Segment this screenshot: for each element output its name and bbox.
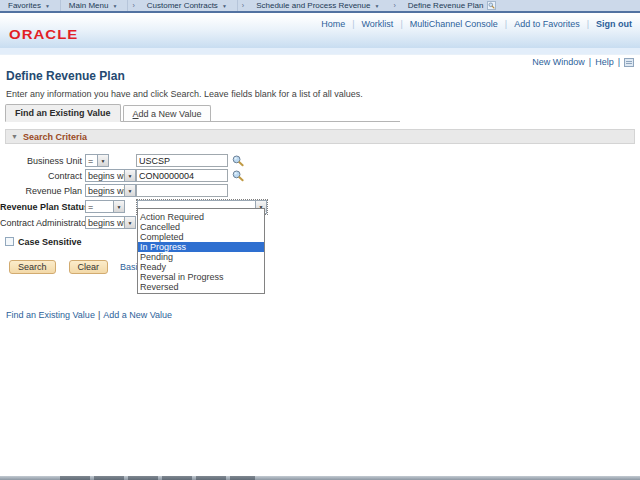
breadcrumb-label: Favorites [8, 1, 41, 10]
field-row-business-unit: Business Unit = ▼ [0, 153, 420, 168]
link-divider: | [589, 57, 591, 67]
field-label: Business Unit [0, 156, 85, 166]
chevron-down-icon: ▼ [124, 170, 135, 181]
option-in-progress[interactable]: In Progress [138, 242, 264, 252]
case-sensitive-checkbox[interactable] [5, 237, 14, 246]
breadcrumb-chevron-icon: › [128, 2, 138, 9]
new-window-link[interactable]: New Window [532, 57, 585, 67]
bottom-taskbar-sliver [0, 476, 640, 480]
breadcrumb-label: Define Revenue Plan [408, 1, 484, 10]
search-tabs: Find an Existing Value Add a New Value [5, 105, 400, 122]
breadcrumb-schedule-process-revenue[interactable]: Schedule and Process Revenue ▼ [248, 0, 389, 12]
section-title: Search Criteria [23, 132, 87, 142]
chevron-down-icon: ▼ [374, 3, 379, 9]
header-links: Home | Worklist | MultiChannel Console |… [321, 19, 632, 29]
contract-input[interactable] [136, 169, 228, 182]
chevron-down-icon: ▼ [124, 217, 135, 228]
chevron-down-icon: ▼ [45, 3, 50, 9]
breadcrumb-chevron-icon: › [238, 2, 248, 9]
chevron-down-icon: ▼ [97, 155, 108, 166]
multichannel-console-link[interactable]: MultiChannel Console [410, 19, 498, 29]
breadcrumb-favorites[interactable]: Favorites ▼ [0, 0, 60, 12]
breadcrumb-customer-contracts[interactable]: Customer Contracts ▼ [139, 0, 237, 12]
revenue-plan-status-options-list: Action Required Cancelled Completed In P… [137, 208, 265, 294]
link-divider: | [587, 19, 589, 29]
contract-operator-select[interactable]: begins with ▼ [85, 169, 136, 182]
link-divider: | [95, 310, 103, 320]
tab-label: Find an Existing Value [15, 108, 111, 118]
field-label: Contract [0, 171, 85, 181]
chevron-down-icon: ▼ [222, 3, 227, 9]
header-strip [0, 48, 640, 55]
clear-button[interactable]: Clear [69, 260, 109, 274]
revenue-plan-operator-select[interactable]: begins with ▼ [85, 184, 136, 197]
business-unit-operator-select[interactable]: = ▼ [85, 154, 109, 167]
link-divider: | [400, 19, 402, 29]
operator-value: begins with [86, 171, 124, 181]
option-action-required[interactable]: Action Required [138, 212, 264, 222]
define-revenue-plan-page: Favorites ▼ Main Menu ▼ › Customer Contr… [0, 0, 640, 480]
option-pending[interactable]: Pending [138, 252, 264, 262]
breadcrumb-label: Customer Contracts [147, 1, 218, 10]
field-label: Revenue Plan [0, 186, 85, 196]
operator-value: begins with [86, 218, 124, 228]
option-reversed[interactable]: Reversed [138, 282, 264, 292]
page-description: Enter any information you have and click… [6, 89, 363, 99]
breadcrumb-label: Schedule and Process Revenue [256, 1, 370, 10]
field-label: Contract Administrator [0, 218, 85, 228]
option-reversal-in-progress[interactable]: Reversal in Progress [138, 272, 264, 282]
option-cancelled[interactable]: Cancelled [138, 222, 264, 232]
search-criteria-section-header[interactable]: ▼ Search Criteria [5, 129, 635, 144]
breadcrumb-define-revenue-plan: Define Revenue Plan [400, 0, 486, 12]
breadcrumb: Favorites ▼ Main Menu ▼ › Customer Contr… [0, 0, 640, 13]
business-unit-lookup-icon[interactable] [232, 155, 244, 167]
option-completed[interactable]: Completed [138, 232, 264, 242]
footer-add-new-value-link[interactable]: Add a New Value [103, 310, 172, 320]
business-unit-input[interactable] [136, 154, 228, 167]
tab-add-new-value[interactable]: Add a New Value [123, 105, 212, 121]
tab-label: Add a New Value [133, 109, 202, 119]
footer-links: Find an Existing Value|Add a New Value [6, 310, 172, 320]
chevron-down-icon: ▼ [113, 201, 124, 212]
page-title: Define Revenue Plan [6, 69, 125, 83]
link-divider: | [352, 19, 354, 29]
sign-out-link[interactable]: Sign out [596, 19, 632, 29]
collapse-triangle-icon: ▼ [11, 133, 18, 140]
chevron-down-icon: ▼ [124, 185, 135, 196]
revenue-plan-input[interactable] [136, 184, 228, 197]
contract-administrator-operator-select[interactable]: begins with ▼ [85, 216, 136, 229]
breadcrumb-label: Main Menu [69, 1, 109, 10]
search-button[interactable]: Search [9, 260, 56, 274]
breadcrumb-main-menu[interactable]: Main Menu ▼ [61, 0, 128, 12]
operator-value: = [86, 156, 95, 166]
home-link[interactable]: Home [321, 19, 345, 29]
link-divider: | [505, 19, 507, 29]
breadcrumb-search-icon[interactable] [487, 1, 496, 10]
breadcrumb-chevron-icon: › [389, 2, 399, 9]
revenue-plan-status-operator-select[interactable]: = ▼ [85, 200, 125, 213]
help-link[interactable]: Help [595, 57, 614, 67]
operator-value: = [86, 202, 95, 212]
footer-find-existing-value-link[interactable]: Find an Existing Value [6, 310, 95, 320]
case-sensitive-label: Case Sensitive [18, 237, 82, 247]
worklist-link[interactable]: Worklist [362, 19, 394, 29]
field-label: Revenue Plan Status [0, 202, 85, 212]
option-ready[interactable]: Ready [138, 262, 264, 272]
personalize-page-icon[interactable] [624, 58, 634, 67]
add-to-favorites-link[interactable]: Add to Favorites [514, 19, 580, 29]
operator-value: begins with [86, 186, 124, 196]
chevron-down-icon: ▼ [112, 3, 117, 9]
field-row-contract: Contract begins with ▼ [0, 168, 420, 183]
app-header: ORACLE Home | Worklist | MultiChannel Co… [0, 15, 640, 48]
contract-lookup-icon[interactable] [232, 170, 244, 182]
link-divider: | [618, 57, 620, 67]
page-action-bar: New Window | Help | [532, 57, 634, 67]
tab-find-existing-value[interactable]: Find an Existing Value [5, 104, 121, 122]
field-row-revenue-plan: Revenue Plan begins with ▼ [0, 183, 420, 198]
oracle-logo: ORACLE [9, 27, 78, 41]
